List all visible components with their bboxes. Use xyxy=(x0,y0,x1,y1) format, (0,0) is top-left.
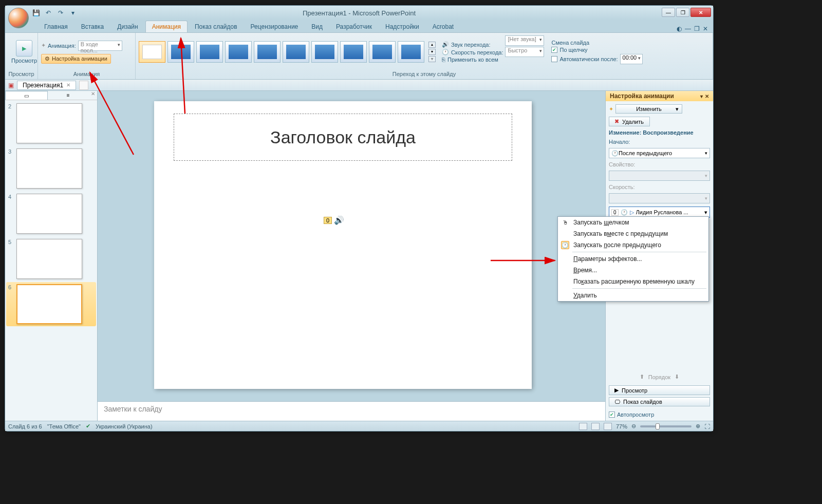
zoom-out-icon[interactable]: ⊖ xyxy=(631,423,636,430)
speed-dropdown[interactable]: Быстро xyxy=(505,47,544,57)
start-dropdown[interactable]: 🕐 После предыдущего xyxy=(609,148,710,158)
transition-thumb[interactable] xyxy=(225,41,252,63)
menu-show-timeline[interactable]: Показать расширенную временную шкалу xyxy=(558,276,708,287)
group-transition: Переход к этому слайду xyxy=(139,70,709,78)
transition-thumb[interactable] xyxy=(196,41,223,63)
move-down-icon[interactable]: ⬇ xyxy=(675,374,679,380)
menu-start-with-previous[interactable]: Запускать вместе с предыдущим xyxy=(558,228,708,239)
transition-none[interactable] xyxy=(139,41,165,63)
language-status[interactable]: Украинский (Украина) xyxy=(96,423,153,430)
minimize-button[interactable]: — xyxy=(662,8,675,17)
zoom-level[interactable]: 77% xyxy=(616,423,627,430)
tab-review[interactable]: Рецензирование xyxy=(245,21,305,32)
delete-icon: ✖ xyxy=(614,118,619,125)
property-label: Свойство: xyxy=(609,161,710,167)
transition-thumb[interactable] xyxy=(283,41,309,63)
slideshow-button[interactable]: 🖵Показ слайдов xyxy=(609,397,710,406)
mdi-restore-icon[interactable]: ❐ xyxy=(694,25,700,32)
document-tab[interactable]: Презентация1 ✕ xyxy=(17,81,76,90)
custom-animation-button[interactable]: ⚙ Настройка анимации xyxy=(41,54,111,64)
speaker-icon: 🔊 xyxy=(334,215,344,225)
normal-view-button[interactable] xyxy=(579,423,587,430)
dropdown-icon[interactable]: ▾ xyxy=(704,209,707,216)
title-placeholder[interactable]: Заголовок слайда xyxy=(174,114,512,161)
property-dropdown xyxy=(609,171,710,181)
transition-thumb[interactable] xyxy=(369,41,396,63)
transition-thumb[interactable] xyxy=(167,41,194,63)
qat-more-icon[interactable]: ▾ xyxy=(68,8,78,18)
move-up-icon[interactable]: ⬆ xyxy=(640,374,644,380)
transition-thumb[interactable] xyxy=(254,41,281,63)
on-click-checkbox[interactable]: ✔ xyxy=(551,47,557,53)
pane-menu-icon[interactable]: ▾ xyxy=(700,94,703,99)
tab-developer[interactable]: Разработчик xyxy=(330,21,378,32)
redo-icon[interactable]: ↷ xyxy=(55,8,66,18)
theme-name: "Тема Office" xyxy=(47,423,81,430)
slide-thumb[interactable]: 2 xyxy=(8,103,94,143)
doc-close-icon[interactable]: ✕ xyxy=(66,82,70,88)
office-button[interactable] xyxy=(8,8,29,28)
apply-all-button[interactable]: ⎘Применить ко всем xyxy=(442,57,503,63)
slide-thumb[interactable]: 4 xyxy=(8,194,94,234)
new-doc-button[interactable] xyxy=(79,81,88,90)
auto-after-checkbox[interactable] xyxy=(551,56,557,62)
section-label: Изменение: Воспроизведение xyxy=(609,129,710,136)
tab-slideshow[interactable]: Показ слайдов xyxy=(189,21,244,32)
sorter-view-button[interactable] xyxy=(591,423,600,430)
play-button[interactable]: ▶Просмотр xyxy=(609,385,710,395)
panel-close-icon[interactable]: ✕ xyxy=(89,91,97,100)
delete-effect-button[interactable]: ✖ Удалить xyxy=(609,117,650,126)
audio-object[interactable]: 0 🔊 xyxy=(324,215,344,225)
tab-home[interactable]: Главная xyxy=(38,21,74,32)
mdi-close-icon[interactable]: ✕ xyxy=(703,25,708,32)
menu-start-on-click[interactable]: 🖱Запускать щелчком xyxy=(558,217,708,228)
sound-dropdown[interactable]: [Нет звука] xyxy=(505,35,544,46)
gallery-more-icon[interactable]: ▿ xyxy=(428,56,436,62)
slideshow-view-button[interactable] xyxy=(604,423,612,430)
tab-insert[interactable]: Вставка xyxy=(75,21,110,32)
tab-acrobat[interactable]: Acrobat xyxy=(426,21,460,32)
menu-start-after-previous[interactable]: 🕐Запускать после предыдущего xyxy=(558,239,708,251)
app-window: 💾 ↶ ↷ ▾ Презентация1 - Microsoft PowerPo… xyxy=(5,5,714,432)
transition-thumb[interactable] xyxy=(398,41,424,63)
tab-addins[interactable]: Надстройки xyxy=(379,21,425,32)
transition-thumb[interactable] xyxy=(340,41,367,63)
autopreview-checkbox[interactable]: ✔ xyxy=(609,412,615,418)
mdi-minimize-icon[interactable]: — xyxy=(685,25,691,32)
slide-count: Слайд 6 из 6 xyxy=(8,423,42,430)
gear-icon: ⚙ xyxy=(45,55,50,62)
menu-remove[interactable]: Удалить xyxy=(558,290,708,301)
slide-thumb[interactable]: 5 xyxy=(8,239,94,279)
animation-dropdown[interactable]: В ходе посл... xyxy=(78,41,122,51)
slides-tab[interactable]: ▭ xyxy=(5,91,48,100)
zoom-in-icon[interactable]: ⊕ xyxy=(696,423,700,430)
undo-icon[interactable]: ↶ xyxy=(43,8,53,18)
pane-close-icon[interactable]: ✕ xyxy=(705,94,709,99)
spellcheck-icon[interactable]: ✔ xyxy=(86,423,90,430)
gallery-down-icon[interactable]: ▾ xyxy=(428,49,436,55)
zoom-slider[interactable] xyxy=(640,425,692,427)
window-title: Презентация1 - Microsoft PowerPoint xyxy=(303,9,416,17)
menu-effect-options[interactable]: Параметры эффектов... xyxy=(558,253,708,265)
transition-thumb[interactable] xyxy=(311,41,338,63)
clock-icon: 🕐 xyxy=(561,241,569,249)
clock-icon: 🕐 xyxy=(442,49,449,55)
slide-thumb-current[interactable]: 6 xyxy=(6,282,96,326)
outline-tab[interactable]: ≡ xyxy=(48,91,89,100)
auto-time-input[interactable]: 00:00 xyxy=(620,54,643,64)
help-icon[interactable]: ◐ xyxy=(677,25,682,32)
maximize-button[interactable]: ❐ xyxy=(676,8,689,17)
save-icon[interactable]: 💾 xyxy=(31,8,41,18)
gallery-up-icon[interactable]: ▴ xyxy=(428,42,436,48)
preview-button[interactable]: ▶ Просмотр xyxy=(8,39,40,65)
slide-thumb[interactable]: 3 xyxy=(8,148,94,189)
change-effect-button[interactable]: Изменить xyxy=(615,104,682,114)
slide-canvas[interactable]: Заголовок слайда 0 🔊 xyxy=(98,91,605,401)
menu-timing[interactable]: Время... xyxy=(558,265,708,276)
tab-design[interactable]: Дизайн xyxy=(111,21,144,32)
tab-view[interactable]: Вид xyxy=(305,21,329,32)
notes-pane[interactable]: Заметки к слайду xyxy=(98,401,605,421)
close-button[interactable]: ✕ xyxy=(690,8,711,17)
fit-window-icon[interactable]: ⛶ xyxy=(704,423,710,430)
tab-animation[interactable]: Анимация xyxy=(145,21,188,32)
